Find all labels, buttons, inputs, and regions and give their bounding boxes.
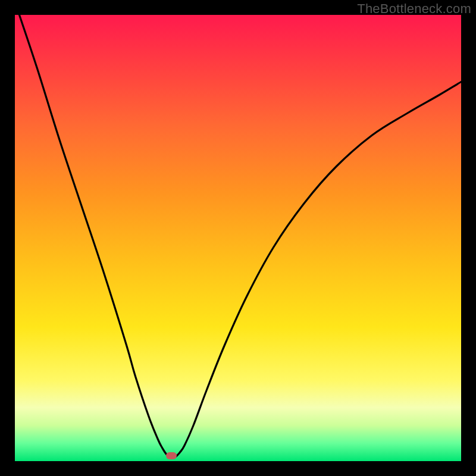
curve-svg: [15, 15, 461, 461]
bottleneck-curve: [20, 15, 462, 457]
plot-area: [15, 15, 461, 461]
optimum-marker: [166, 452, 177, 459]
